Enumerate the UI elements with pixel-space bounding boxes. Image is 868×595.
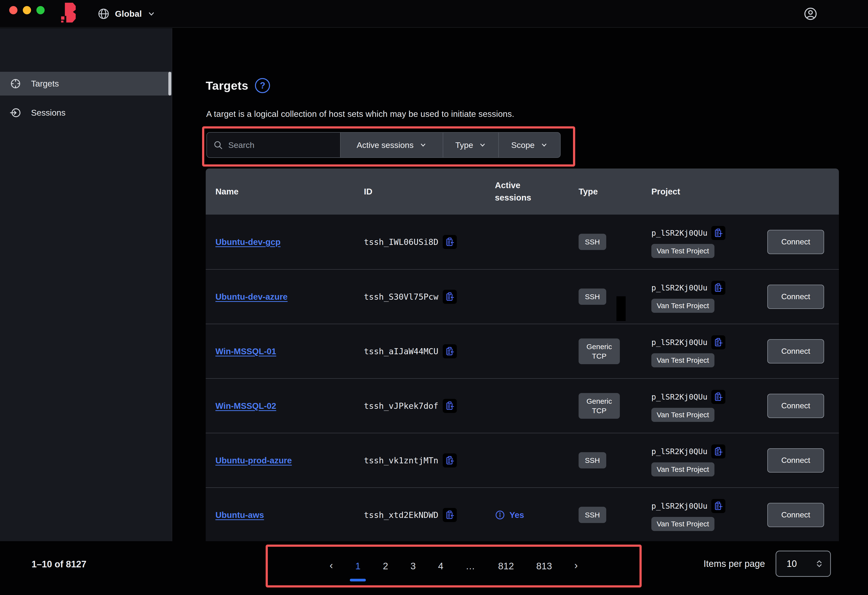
scope-switcher[interactable]: Global	[97, 0, 155, 28]
page-number-button[interactable]: 2	[383, 561, 388, 571]
page-number-button[interactable]: 3	[410, 561, 416, 571]
sidebar-item-sessions[interactable]: Sessions	[0, 101, 172, 125]
connect-button[interactable]: Connect	[767, 394, 824, 418]
previous-page-button[interactable]: ‹	[330, 560, 333, 572]
table-row: Ubuntu-dev-gcp tssh_IWL06USi8D	[206, 215, 839, 269]
target-id: tssh_vJPkek7dof	[364, 401, 438, 411]
page-number-current[interactable]: 1	[356, 561, 361, 571]
chevron-down-icon	[540, 141, 548, 149]
clipboard-copy-icon	[445, 401, 455, 411]
clipboard-copy-icon	[713, 337, 723, 347]
globe-icon	[97, 8, 110, 20]
project-id: p_lSR2Kj0QUu	[651, 447, 707, 456]
sidebar-item-targets[interactable]: Targets	[0, 72, 172, 96]
filter-label: Type	[455, 140, 473, 150]
search-icon	[213, 140, 223, 150]
sidebar: Targets Sessions	[0, 28, 172, 541]
copy-target-id-button[interactable]	[443, 454, 457, 467]
items-per-page-value: 10	[787, 559, 797, 569]
page-number-button[interactable]: 4	[438, 561, 443, 571]
copy-project-id-button[interactable]	[711, 335, 725, 349]
type-badge: Generic TCP	[579, 393, 620, 419]
project-id: p_lSR2Kj0QUu	[651, 501, 707, 511]
footer: 1–10 of 8127 ‹ 1234…812813 › Items per p…	[0, 541, 868, 595]
sidebar-scrollbar-thumb[interactable]	[168, 72, 171, 96]
close-window-button[interactable]	[9, 6, 18, 14]
active-sessions-value: Yes	[509, 510, 524, 520]
copy-target-id-button[interactable]	[443, 399, 457, 413]
connect-button[interactable]: Connect	[767, 285, 824, 309]
page-number-button[interactable]: 813	[536, 561, 552, 571]
filter-label: Scope	[511, 140, 534, 150]
column-header-id: ID	[354, 187, 485, 196]
search-input[interactable]	[228, 140, 332, 150]
copy-target-id-button[interactable]	[443, 344, 457, 358]
target-name-link[interactable]: Ubuntu-dev-gcp	[216, 237, 280, 247]
connect-button[interactable]: Connect	[767, 503, 824, 527]
target-name-link[interactable]: Ubuntu-dev-azure	[216, 292, 288, 301]
filter-active-sessions-dropdown[interactable]: Active sessions	[341, 133, 443, 158]
project-name-badge: Van Test Project	[651, 517, 714, 531]
target-id: tssh_vk1zntjMTn	[364, 456, 438, 465]
filter-scope-dropdown[interactable]: Scope	[498, 133, 560, 158]
chevron-down-icon	[419, 141, 427, 149]
items-per-page-label: Items per page	[704, 559, 765, 569]
filter-toolbar: Active sessions Type Scope	[207, 132, 561, 158]
sidebar-item-label: Sessions	[31, 108, 65, 118]
connect-button[interactable]: Connect	[767, 230, 824, 254]
stepper-chevrons-icon	[815, 559, 824, 568]
target-name-link[interactable]: Win-MSSQL-01	[216, 346, 276, 356]
type-badge: Generic TCP	[579, 339, 620, 364]
connect-button[interactable]: Connect	[767, 339, 824, 364]
pagination-ellipsis: …	[465, 561, 476, 571]
page-description: A target is a logical collection of host…	[206, 109, 514, 119]
project-name-badge: Van Test Project	[651, 353, 714, 367]
cursor-artifact	[616, 296, 626, 321]
minimize-window-button[interactable]	[23, 6, 31, 14]
target-name-link[interactable]: Win-MSSQL-02	[216, 401, 276, 411]
type-badge: SSH	[579, 289, 606, 305]
copy-project-id-button[interactable]	[711, 390, 725, 404]
target-id: tssh_IWL06USi8D	[364, 237, 438, 247]
boundary-logo	[60, 2, 76, 23]
target-name-link[interactable]: Ubuntu-aws	[216, 510, 264, 520]
table-row: Ubuntu-aws tssh_xtd2EkNDWD	[206, 487, 839, 541]
account-menu-button[interactable]	[803, 7, 818, 21]
zoom-window-button[interactable]	[36, 6, 45, 14]
copy-target-id-button[interactable]	[443, 235, 457, 249]
target-id: tssh_S30Vl75Pcw	[364, 292, 438, 302]
chevron-down-icon	[479, 141, 486, 149]
table-row: Ubuntu-prod-azure tssh_vk1zntjMTn	[206, 433, 839, 487]
items-per-page-select[interactable]: 10	[776, 551, 831, 577]
table-row: Win-MSSQL-02 tssh_vJPkek7dof	[206, 378, 839, 433]
search-field[interactable]	[207, 133, 341, 158]
clipboard-copy-icon	[445, 292, 455, 302]
type-badge: SSH	[579, 234, 606, 250]
page-number-button[interactable]: 812	[498, 561, 514, 571]
target-icon	[10, 78, 21, 90]
clipboard-copy-icon	[445, 456, 455, 465]
active-sessions-indicator: Yes	[495, 510, 569, 520]
copy-project-id-button[interactable]	[711, 281, 725, 295]
connect-button[interactable]: Connect	[767, 448, 824, 473]
copy-target-id-button[interactable]	[443, 508, 457, 522]
copy-target-id-button[interactable]	[443, 290, 457, 304]
project-name-badge: Van Test Project	[651, 299, 714, 313]
filter-type-dropdown[interactable]: Type	[443, 133, 498, 158]
copy-project-id-button[interactable]	[711, 499, 725, 513]
type-badge: SSH	[579, 452, 606, 468]
clipboard-copy-icon	[445, 510, 455, 520]
next-page-button[interactable]: ›	[574, 560, 578, 572]
target-name-link[interactable]: Ubuntu-prod-azure	[216, 456, 292, 465]
clipboard-copy-icon	[445, 237, 455, 247]
copy-project-id-button[interactable]	[711, 226, 725, 240]
macos-traffic-lights	[9, 6, 45, 14]
info-icon	[495, 510, 505, 520]
help-icon[interactable]: ?	[255, 78, 270, 93]
table-header-row: Name ID Active sessions Type Project	[206, 168, 839, 215]
project-id: p_lSR2Kj0QUu	[651, 338, 707, 347]
copy-project-id-button[interactable]	[711, 445, 725, 458]
project-id: p_lSR2Kj0QUu	[651, 228, 707, 238]
window-titlebar: Global	[0, 0, 868, 28]
project-id: p_lSR2Kj0QUu	[651, 283, 707, 292]
